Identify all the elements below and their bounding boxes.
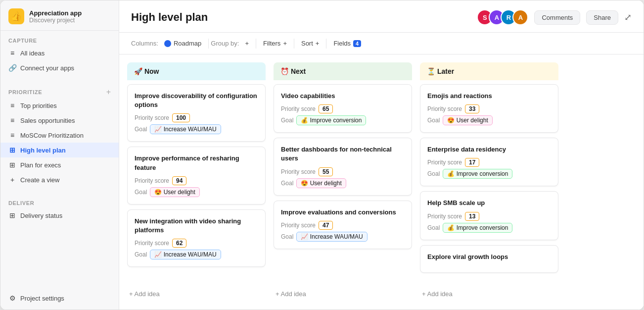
sidebar-item-delivery-status[interactable]: ⊞ Delivery status	[0, 208, 119, 223]
filters-button[interactable]: Filters +	[258, 38, 292, 49]
priority-badge-next-2: 55	[319, 167, 333, 176]
card-later-4-title: Explore viral growth loops	[427, 253, 551, 261]
card-later-3-title: Help SMB scale up	[427, 199, 551, 207]
list-icon: ≡	[8, 49, 16, 57]
comments-button[interactable]: Comments	[534, 10, 580, 25]
card-next-1-meta: Priority score 65	[281, 104, 405, 113]
card-now-1-title: Improve discoverability of configuration…	[135, 92, 258, 109]
capture-label: CAPTURE	[8, 38, 111, 44]
plus-icon-groupby: +	[245, 40, 249, 47]
card-next-1-title: Video capabilities	[281, 92, 405, 101]
page-title: High level plan	[131, 11, 208, 24]
card-now-3-goal: Goal 📈 Increase WAU/MAU	[135, 250, 258, 259]
filters-label: Filters	[263, 40, 280, 47]
main-content: High level plan S A R A Comments Share ⤢…	[119, 0, 644, 310]
card-now-2: Improve performance of resharing feature…	[127, 147, 266, 204]
priority-badge-later-3: 13	[465, 212, 479, 221]
card-now-3-title: New integration with video sharing platf…	[135, 217, 258, 235]
card-later-1-goal: Goal 😍 User delight	[427, 115, 551, 125]
sidebar: 👍 Appreciation app Discovery project CAP…	[0, 0, 119, 310]
avatar-4: A	[512, 9, 528, 25]
goal-badge-next-3: 📈 Increase WAU/MAU	[296, 232, 367, 242]
columns-selector[interactable]: Roadmap	[159, 38, 206, 49]
fields-button[interactable]: Fields 4	[328, 38, 366, 49]
card-next-3-title: Improve evaluations and conversions	[281, 208, 405, 217]
sidebar-item-moscow[interactable]: ≡ MoSCow Prioritization	[0, 128, 119, 143]
sidebar-item-high-level-plan[interactable]: ⊞ High level plan	[0, 143, 119, 157]
header-right: S A R A Comments Share ⤢	[477, 9, 632, 25]
card-later-3-meta: Priority score 13	[427, 212, 551, 221]
goal-badge-later-3: 💰 Improve conversion	[443, 223, 512, 233]
add-idea-now[interactable]: + Add idea	[127, 286, 266, 302]
app-window: 👍 Appreciation app Discovery project CAP…	[0, 0, 644, 310]
sidebar-label-moscow: MoSCow Prioritization	[20, 132, 84, 139]
avatar-group: S A R A	[477, 9, 528, 25]
goal-badge-next-2: 😍 User delight	[296, 178, 346, 188]
columns-label: Columns:	[131, 40, 158, 47]
card-later-1-title: Emojis and reactions	[427, 92, 551, 101]
priority-badge-now-3: 62	[172, 239, 186, 248]
app-logo: 👍	[8, 8, 24, 24]
column-next-header: ⏰ Next	[274, 62, 412, 80]
card-next-3-meta: Priority score 47	[281, 221, 405, 230]
plus-icon: +	[8, 176, 16, 184]
sidebar-item-all-ideas[interactable]: ≡ All ideas	[0, 46, 119, 60]
card-next-3-goal: Goal 📈 Increase WAU/MAU	[281, 232, 405, 242]
column-next-cards: Video capabilities Priority score 65 Goa…	[274, 84, 412, 284]
card-now-3: New integration with video sharing platf…	[127, 209, 266, 267]
goal-badge-next-1: 💰 Improve conversion	[296, 115, 366, 125]
card-next-2-goal: Goal 😍 User delight	[281, 178, 405, 188]
card-now-1-meta: Priority score 100	[135, 113, 258, 122]
sidebar-item-top-priorities[interactable]: ≡ Top priorities	[0, 98, 119, 113]
settings-icon: ⚙	[8, 294, 16, 302]
card-now-2-goal: Goal 😍 User delight	[135, 187, 258, 197]
divider-3	[294, 39, 294, 49]
fields-count: 4	[353, 40, 361, 47]
card-next-2-title: Better dashboards for non-technical user…	[281, 145, 405, 163]
column-now: 🚀 Now Improve discoverability of configu…	[127, 62, 266, 302]
sidebar-item-project-settings[interactable]: ⚙ Project settings	[0, 291, 119, 306]
card-next-2-meta: Priority score 55	[281, 167, 405, 176]
sort-button[interactable]: Sort +	[296, 38, 324, 49]
divider-4	[326, 39, 326, 49]
list-icon-2: ≡	[8, 102, 16, 109]
grid-icon: ⊞	[8, 146, 16, 154]
sidebar-item-connect-apps[interactable]: 🔗 Connect your apps	[0, 60, 119, 75]
sidebar-label-delivery: Delivery status	[20, 212, 62, 219]
add-idea-next[interactable]: + Add idea	[274, 286, 412, 302]
sidebar-item-plan-execs[interactable]: ⊞ Plan for execs	[0, 157, 119, 172]
card-later-3-goal: Goal 💰 Improve conversion	[427, 223, 551, 233]
column-next: ⏰ Next Video capabilities Priority score…	[274, 62, 412, 302]
sidebar-header: 👍 Appreciation app Discovery project	[0, 0, 119, 31]
sidebar-label-connect-apps: Connect your apps	[20, 64, 74, 72]
share-button[interactable]: Share	[586, 10, 618, 25]
card-next-2: Better dashboards for non-technical user…	[274, 138, 412, 195]
goal-badge-now-3: 📈 Increase WAU/MAU	[150, 250, 221, 259]
priority-badge-next-3: 47	[319, 221, 333, 230]
card-now-2-title: Improve performance of resharing feature	[135, 154, 258, 172]
kanban-board: 🚀 Now Improve discoverability of configu…	[119, 54, 644, 310]
toolbar: Columns: Roadmap Group by: + Filters + S…	[119, 33, 644, 54]
deliver-section: DELIVER	[0, 193, 119, 208]
add-idea-later[interactable]: + Add idea	[420, 286, 558, 302]
sort-label: Sort	[301, 40, 313, 47]
groupby-add-button[interactable]: +	[240, 38, 254, 49]
prioritize-add-button[interactable]: +	[106, 88, 111, 96]
expand-button[interactable]: ⤢	[624, 12, 632, 23]
grid-icon-2: ⊞	[8, 161, 16, 169]
sidebar-item-sales[interactable]: ≡ Sales opportunities	[0, 113, 119, 128]
column-later-title: ⏳ Later	[427, 67, 454, 75]
divider-2	[256, 39, 256, 49]
goal-badge-now-1: 📈 Increase WAU/MAU	[150, 124, 221, 134]
column-now-title: 🚀 Now	[134, 67, 159, 75]
prioritize-section: PRIORITIZE +	[0, 81, 119, 98]
card-now-3-meta: Priority score 62	[135, 239, 258, 248]
card-now-1-goal: Goal 📈 Increase WAU/MAU	[135, 124, 258, 134]
link-icon: 🔗	[8, 64, 16, 72]
sidebar-item-create-view[interactable]: + Create a view	[0, 172, 119, 187]
prioritize-section-header: PRIORITIZE +	[8, 88, 111, 96]
sidebar-label-all-ideas: All ideas	[20, 50, 45, 57]
list-icon-4: ≡	[8, 131, 16, 139]
card-next-1-goal: Goal 💰 Improve conversion	[281, 115, 405, 125]
sidebar-label-plan-execs: Plan for execs	[20, 161, 61, 169]
